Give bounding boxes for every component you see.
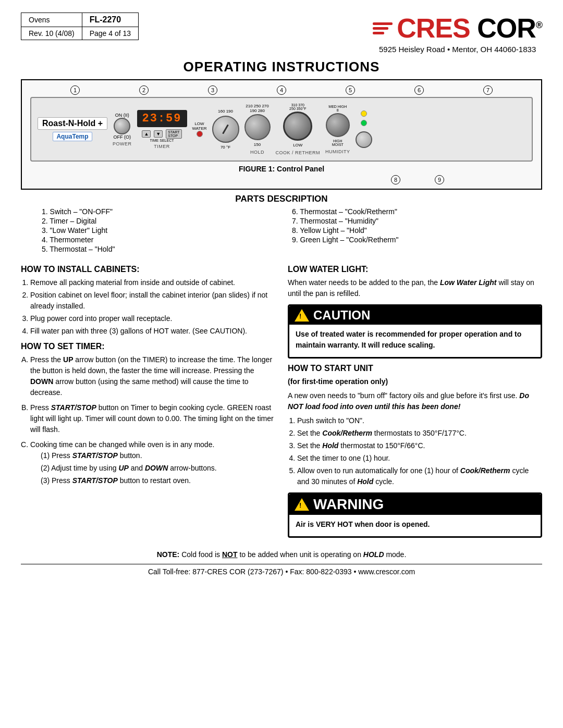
humidity-label-bottom: HIGHMOIST [332,139,344,146]
section-humidity: MED HIGH8 HIGHMOIST HUMIDITY [325,105,350,154]
label-6: 6 [414,85,424,95]
aquatemp-label: AquaTemp [53,132,92,141]
therm-range-bottom: 70 °F [221,145,230,150]
logo-container: CRES COR® [373,13,542,44]
humidity-section-label: HUMIDITY [325,149,350,154]
section-cook-retherm: 310 370250 350°F LOW COOK / RETHERM [276,103,321,155]
column-right: Low Water Light: When water needs to be … [288,260,542,543]
right-knob [356,131,372,148]
start-step-5: Allow oven to run automatically for one … [297,465,542,487]
parts-col-right: 6. Thermostat – "Cook/Retherm" 7. Thermo… [292,207,521,254]
logo-cres: CRES [397,13,470,43]
up-arrow-btn[interactable]: ▲ [142,130,151,138]
cook-range: 310 370250 350°F [289,103,306,110]
panel-labels-top: 1 2 3 4 5 6 7 [30,85,533,95]
start-unit-title: HOW TO START UNIT [288,364,542,373]
caution-triangle-icon [295,309,309,322]
parts-title: Parts Description [21,194,542,204]
main-content: How To Install Cabinets: Remove all pack… [21,260,542,543]
section-timer: 23:59 ▲ ▼ STARTSTOP TIME SELECT TIMER [137,110,187,149]
part-item-5: 5. Thermostat – "Hold" [42,245,271,253]
low-water-title: Low Water Light: [288,265,542,274]
install-step-2: Position cabinet on level floor; install… [30,290,275,312]
timer-step-a: Press the UP arrow button (on the TIMER)… [30,354,275,398]
part-item-1: 1. Switch – "ON-OFF" [42,207,271,216]
start-unit-body: (for first-time operation only) A new ov… [288,376,542,487]
caution-body: Use of treated water is recommended for … [296,329,534,351]
caution-box: CAUTION Use of treated water is recommen… [288,304,542,359]
low-water-text: When water needs to be added to the pan,… [288,277,542,299]
warning-triangle-icon [295,498,309,511]
thermometer-knob [212,116,239,143]
warning-body: Air is VERY HOT when door is opened. [296,519,534,530]
page-info: Page 4 of 13 [82,27,138,40]
down-arrow-btn[interactable]: ▼ [154,130,163,138]
cook-retherm-knob [283,112,312,141]
warning-box: WARNING Air is VERY HOT when door is ope… [288,492,542,538]
control-panel-inner: Roast-N-Hold + AquaTemp ON (II) OFF (O) … [30,97,533,162]
product-category: Ovens [21,13,82,27]
install-step-3: Plug power cord into proper wall recepta… [30,313,275,324]
revision-info: Rev. 10 (4/08) [21,27,82,40]
set-timer-title: How To Set Timer: [21,342,275,351]
section-low-water: LOWWATER [192,121,207,137]
part-item-3: 3. "Low Water" Light [42,226,271,235]
section-roast-n-hold: Roast-N-Hold + AquaTemp [38,117,107,141]
model-number: FL-2270 [82,13,138,27]
hold-range-bottom: 150 [254,142,261,147]
timer-section-label: TIMER [154,144,170,149]
logo-registered: ® [536,20,542,30]
parts-col-left: 1. Switch – "ON-OFF" 2. Timer – Digital … [42,207,271,254]
timer-step-c: Cooking time can be changed while oven i… [30,439,275,486]
humidity-knob [326,113,350,137]
caution-text: Use of treated water is recommended for … [296,329,534,351]
hold-thermostat-knob [244,114,271,140]
label-3: 3 [208,85,217,95]
start-intro: A new oven needs to "burn off" factory o… [288,390,542,412]
label-7: 7 [483,85,493,95]
power-section-label: POWER [113,141,132,146]
part-item-9: 9. Green Light – "Cook/Retherm" [292,236,521,244]
humidity-label-top: MED HIGH8 [328,105,347,112]
label-8: 8 [391,175,400,184]
brand-logo: CRES COR® 5925 Heisley Road • Mentor, OH… [373,13,542,54]
company-address: 5925 Heisley Road • Mentor, OH 44060-183… [373,45,542,54]
figure-control-panel: 1 2 3 4 5 6 7 Roast-N-Hold + AquaTemp ON… [21,79,542,190]
part-item-6: 6. Thermostat – "Cook/Retherm" [292,207,521,216]
start-step-4: Set the timer to one (1) hour. [297,453,542,464]
off-label: OFF (O) [114,134,131,140]
start-stop-btn[interactable]: STARTSTOP [166,129,181,139]
section-indicators [356,110,372,148]
low-water-text: LOWWATER [192,121,207,131]
parts-columns: 1. Switch – "ON-OFF" 2. Timer – Digital … [21,207,542,254]
footer-note: NOTE: Cold food is NOT to be added when … [21,550,542,559]
logo-cor: COR [477,13,536,43]
page-title: Operating Instructions [21,59,542,75]
section-power: ON (II) OFF (O) POWER [113,113,132,146]
section-thermometer: 160 190 70 °F [212,109,239,150]
install-step-4: Fill water pan with three (3) gallons of… [30,326,275,337]
caution-label: CAUTION [313,308,370,323]
timer-step-c2: (2) Adjust time by using UP and DOWN arr… [41,463,275,474]
hold-section-label: HOLD [250,150,264,155]
panel-labels-bottom: 8 9 [30,175,533,184]
timer-buttons: ▲ ▼ STARTSTOP [142,129,181,139]
label-2: 2 [139,85,149,95]
hold-range-top: 210 250 270190 280 [246,104,269,113]
install-cabinets-title: How To Install Cabinets: [21,265,275,274]
start-step-3: Set the Hold thermostat to 150°F/66°C. [297,440,542,451]
label-9: 9 [435,175,444,184]
start-step-1: Push switch to "ON". [297,415,542,426]
timer-display: 23:59 [137,110,187,127]
warning-label: WARNING [313,496,384,513]
install-cabinets-body: Remove all packing material from inside … [21,277,275,337]
on-off-label: ON (II) [115,113,129,118]
caution-header: CAUTION [289,306,541,325]
timer-step-c1: (1) Press START/STOP button. [41,450,275,461]
footer-bar: Call Toll-free: 877-CRES COR (273-7267) … [21,564,542,576]
timer-step-b: Press START/STOP button on Timer to begi… [30,402,275,435]
time-select-label: TIME SELECT [150,139,174,142]
low-water-light [197,131,203,137]
start-subtitle: (for first-time operation only) [288,376,542,387]
low-water-body: When water needs to be added to the pan,… [288,277,542,299]
